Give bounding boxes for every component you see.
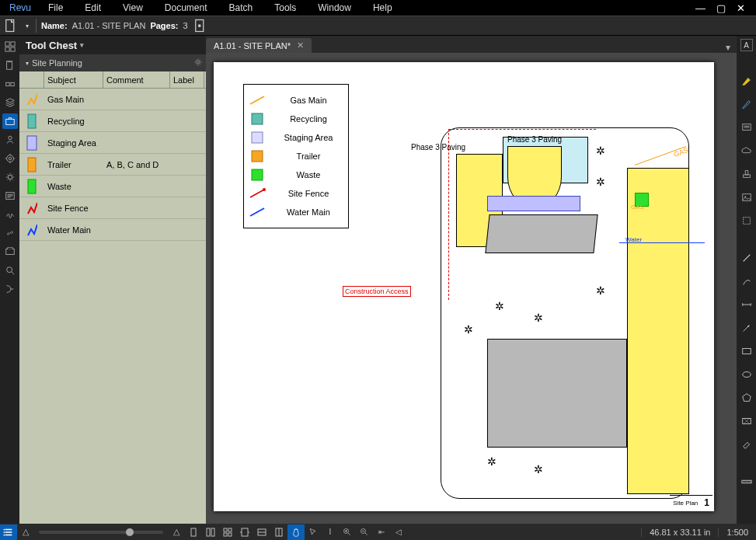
site-plan-drawing: GAS GAS Water Construction Access Phase … <box>433 121 703 502</box>
legend-gas-icon <box>249 94 266 106</box>
tool-row-water-main[interactable]: Water Main <box>19 219 206 241</box>
arc-tool-icon[interactable] <box>739 273 754 289</box>
menu-file[interactable]: File <box>37 2 74 13</box>
layers-icon[interactable] <box>2 95 18 110</box>
single-page-icon[interactable] <box>185 524 202 540</box>
menu-batch[interactable]: Batch <box>218 2 264 13</box>
studio-icon[interactable] <box>2 281 18 297</box>
crop-tool-icon[interactable] <box>739 213 754 228</box>
scale-display[interactable]: 1:500 <box>718 528 756 537</box>
zoom-tool-in-icon[interactable] <box>339 524 356 540</box>
svg-rect-47 <box>191 528 196 536</box>
markups-list-button[interactable] <box>0 524 17 540</box>
page-properties-button[interactable] <box>193 18 208 33</box>
legend-label: Site Fence <box>273 189 343 198</box>
menu-window[interactable]: Window <box>307 2 362 13</box>
first-page-icon[interactable]: ⇤ <box>373 524 390 540</box>
links-icon[interactable] <box>2 225 18 241</box>
legend-waste-icon <box>249 169 266 181</box>
menu-help[interactable]: Help <box>362 2 403 13</box>
menu-tools[interactable]: Tools <box>263 2 307 13</box>
page[interactable]: Gas Main Recycling Staging Area Trailer … <box>214 62 714 511</box>
find-icon[interactable] <box>2 263 18 278</box>
toolchest-icon[interactable] <box>2 113 18 129</box>
canvas[interactable]: Gas Main Recycling Staging Area Trailer … <box>206 53 737 524</box>
svg-rect-21 <box>28 158 36 172</box>
fit-width-icon[interactable] <box>253 524 270 540</box>
svg-rect-34 <box>742 194 751 201</box>
sketch-rect-tool-icon[interactable] <box>739 413 754 429</box>
legend-label: Recycling <box>273 114 343 124</box>
select-tool-icon[interactable] <box>305 524 322 540</box>
tab-menu-icon[interactable]: ▾ <box>719 42 737 53</box>
polygon-tool-icon[interactable] <box>739 390 754 406</box>
window-close-icon[interactable]: ✕ <box>737 2 745 14</box>
tool-row-trailer[interactable]: Trailer A, B, C and D <box>19 154 206 176</box>
fit-height-icon[interactable] <box>270 524 287 540</box>
select-text-icon[interactable]: I <box>322 524 339 540</box>
fit-page-icon[interactable] <box>236 524 253 540</box>
files-icon[interactable] <box>2 76 18 92</box>
section-collapse-icon[interactable]: ▾ <box>26 60 29 67</box>
tab-close-icon[interactable]: ✕ <box>297 40 304 51</box>
text-tool-icon[interactable]: A <box>740 39 753 51</box>
svg-point-17 <box>6 267 12 273</box>
svg-point-2 <box>197 24 200 27</box>
col-comment[interactable]: Comment <box>103 71 170 88</box>
stamp-tool-icon[interactable] <box>739 166 754 182</box>
properties-icon[interactable] <box>2 132 18 148</box>
tool-row-staging-area[interactable]: Staging Area <box>19 132 206 154</box>
svg-rect-36 <box>743 218 750 225</box>
signatures-icon[interactable] <box>2 207 18 222</box>
sets-icon[interactable] <box>2 244 18 260</box>
new-doc-dropdown-icon[interactable]: ▾ <box>23 18 31 33</box>
thumbnails-icon[interactable] <box>2 39 18 54</box>
tool-row-site-fence[interactable]: Site Fence <box>19 197 206 219</box>
settings-icon[interactable] <box>2 169 18 185</box>
window-minimize-icon[interactable]: — <box>695 2 705 14</box>
highlight-tool-icon[interactable] <box>739 73 754 89</box>
window-maximize-icon[interactable]: ▢ <box>716 2 726 14</box>
dimension-tool-icon[interactable] <box>739 297 754 312</box>
zoom-out-icon[interactable]: △ <box>17 524 34 540</box>
col-subject[interactable]: Subject <box>44 71 103 88</box>
rectangle-tool-icon[interactable] <box>739 343 754 359</box>
note-tool-icon[interactable] <box>739 120 754 135</box>
zoom-slider[interactable] <box>39 531 163 534</box>
search-panel-icon[interactable] <box>2 151 18 166</box>
app-brand[interactable]: Revu <box>3 2 37 13</box>
arrow-tool-icon[interactable] <box>739 320 754 336</box>
image-tool-icon[interactable] <box>739 190 754 205</box>
tool-row-recycling[interactable]: Recycling <box>19 110 206 132</box>
svg-rect-26 <box>252 151 263 162</box>
tool-row-gas-main[interactable]: Gas Main <box>19 89 206 110</box>
ellipse-tool-icon[interactable] <box>739 367 754 382</box>
document-tab[interactable]: A1.01 - SITE PLAN* ✕ <box>206 38 312 53</box>
svg-rect-52 <box>224 533 227 536</box>
line-tool-icon[interactable] <box>739 250 754 266</box>
section-settings-icon[interactable] <box>193 57 203 68</box>
menu-document[interactable]: Document <box>154 2 218 13</box>
menu-edit[interactable]: Edit <box>74 2 112 13</box>
bookmarks-icon[interactable] <box>2 57 18 73</box>
side-by-side-icon[interactable] <box>219 524 236 540</box>
prev-page-icon[interactable]: ◁ <box>390 524 407 540</box>
status-bar: △ △ I ⇤ ◁ 46.81 x 33.11 in 1:500 <box>0 524 756 540</box>
new-doc-button[interactable] <box>3 18 19 33</box>
forms-icon[interactable] <box>2 188 18 204</box>
panel-dropdown-icon[interactable]: ▾ <box>80 41 84 49</box>
cloud-tool-icon[interactable] <box>739 143 754 159</box>
continuous-page-icon[interactable] <box>202 524 219 540</box>
pan-tool-button[interactable] <box>287 524 305 540</box>
measure-tool-icon[interactable] <box>739 474 754 489</box>
pen-tool-icon[interactable] <box>739 96 754 112</box>
zoom-tool-out-icon[interactable] <box>356 524 373 540</box>
zoom-in-icon[interactable]: △ <box>168 524 185 540</box>
tool-subject: Water Main <box>44 225 103 235</box>
trailer-icon <box>26 156 37 173</box>
toolchest-panel: Tool Chest ▾ ▾ Site Planning Subject Com… <box>19 36 206 524</box>
eraser-tool-icon[interactable] <box>739 437 754 452</box>
col-label[interactable]: Label <box>170 71 204 88</box>
tool-row-waste[interactable]: Waste <box>19 176 206 197</box>
menu-view[interactable]: View <box>112 2 154 13</box>
